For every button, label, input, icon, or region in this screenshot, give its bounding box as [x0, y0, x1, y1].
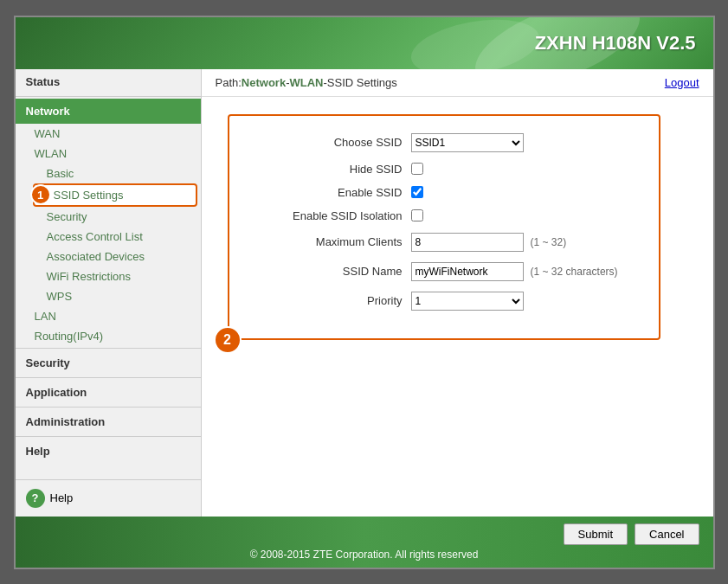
ssid-name-hint: (1 ~ 32 characters): [531, 266, 618, 278]
footer-copyright: © 2008-2015 ZTE Corporation. All rights …: [29, 549, 699, 561]
app-title: ZXHN H108N V2.5: [535, 32, 696, 55]
main: Path:Network-WLAN-SSID Settings Logout 2…: [202, 69, 713, 517]
sidebar-item-basic[interactable]: Basic: [16, 164, 201, 183]
sidebar-item-wlan[interactable]: WLAN: [16, 144, 201, 164]
sidebar-item-security-sub[interactable]: Security: [16, 207, 201, 227]
form-row-ssid-name: SSID Name myWiFiNetwork (1 ~ 32 characte…: [255, 262, 633, 281]
choose-ssid-label: Choose SSID: [255, 136, 411, 149]
ssid-name-label: SSID Name: [255, 265, 411, 278]
form-row-priority: Priority 1 2 3 4: [255, 292, 633, 311]
help-section: ? Help: [16, 479, 201, 517]
hide-ssid-checkbox[interactable]: [411, 163, 423, 175]
sidebar-item-associated-devices[interactable]: Associated Devices: [16, 247, 201, 266]
priority-select[interactable]: 1 2 3 4: [411, 292, 524, 311]
divider-4: [16, 407, 201, 408]
max-clients-input[interactable]: 8: [411, 233, 524, 252]
form-row-max-clients: Maximum Clients 8 (1 ~ 32): [255, 233, 633, 252]
help-label: Help: [50, 491, 74, 504]
form-row-ssid-isolation: Enable SSID Isolation: [255, 209, 633, 222]
submit-button[interactable]: Submit: [564, 523, 628, 545]
breadcrumb: Path:Network-WLAN-SSID Settings: [216, 76, 397, 89]
help-icon[interactable]: ?: [26, 489, 45, 508]
max-clients-label: Maximum Clients: [255, 235, 411, 248]
form-row-hide-ssid: Hide SSID: [255, 163, 633, 176]
path-bar: Path:Network-WLAN-SSID Settings Logout: [202, 69, 713, 97]
hide-ssid-label: Hide SSID: [255, 163, 411, 176]
sidebar-item-help-menu[interactable]: Help: [16, 439, 201, 464]
sidebar-item-network[interactable]: Network: [16, 99, 201, 124]
sidebar-item-application[interactable]: Application: [16, 380, 201, 405]
ssid-isolation-checkbox[interactable]: [411, 209, 423, 221]
footer: Submit Cancel © 2008-2015 ZTE Corporatio…: [16, 517, 713, 568]
enable-ssid-label: Enable SSID: [255, 186, 411, 199]
enable-ssid-checkbox[interactable]: [411, 186, 423, 198]
sidebar-item-access-control[interactable]: Access Control List: [16, 227, 201, 247]
ssid-name-control: myWiFiNetwork (1 ~ 32 characters): [411, 262, 618, 281]
enable-ssid-control: [411, 186, 423, 198]
window: ZXHN H108N V2.5 Status Network WAN: [14, 16, 715, 569]
divider-3: [16, 377, 201, 378]
form-row-enable-ssid: Enable SSID: [255, 186, 633, 199]
hide-ssid-control: [411, 163, 423, 175]
sidebar-item-wps[interactable]: WPS: [16, 286, 201, 306]
sidebar-item-security[interactable]: Security: [16, 350, 201, 375]
cancel-button[interactable]: Cancel: [635, 523, 699, 545]
priority-control: 1 2 3 4: [411, 292, 524, 311]
enable-ssid-isolation-label: Enable SSID Isolation: [255, 209, 411, 222]
divider-2: [16, 348, 201, 349]
choose-ssid-select[interactable]: SSID1 SSID2 SSID3 SSID4: [411, 133, 524, 152]
sidebar-item-wifi-restrictions[interactable]: WiFi Restrictions: [16, 266, 201, 286]
sidebar-item-lan[interactable]: LAN: [16, 306, 201, 326]
sidebar-top: Status Network WAN WLAN Basic: [16, 69, 201, 479]
sidebar-item-status[interactable]: Status: [16, 69, 201, 94]
choose-ssid-control: SSID1 SSID2 SSID3 SSID4: [411, 133, 524, 152]
ssid-isolation-control: [411, 209, 423, 221]
header: ZXHN H108N V2.5: [16, 17, 713, 69]
priority-label: Priority: [255, 294, 411, 307]
logout-link[interactable]: Logout: [665, 76, 699, 89]
form-row-choose-ssid: Choose SSID SSID1 SSID2 SSID3 SSID4: [255, 133, 633, 152]
ssid-name-input[interactable]: myWiFiNetwork: [411, 262, 524, 281]
form-panel: 2 Choose SSID SSID1 SSID2 SSID3 SSID4: [228, 114, 660, 340]
annotation-circle-2: 2: [214, 326, 242, 354]
max-clients-control: 8 (1 ~ 32): [411, 233, 567, 252]
annotation-circle-1: 1: [30, 184, 51, 205]
divider-5: [16, 436, 201, 437]
sidebar-item-wan[interactable]: WAN: [16, 124, 201, 144]
footer-buttons: Submit Cancel: [29, 523, 699, 545]
sidebar-item-ssid-settings[interactable]: 1 SSID Settings: [33, 183, 197, 207]
max-clients-hint: (1 ~ 32): [531, 236, 567, 248]
sidebar-item-routing[interactable]: Routing(IPv4): [16, 326, 201, 346]
content-area: 2 Choose SSID SSID1 SSID2 SSID3 SSID4: [202, 97, 713, 517]
sidebar-item-administration[interactable]: Administration: [16, 409, 201, 434]
body: Status Network WAN WLAN Basic: [16, 69, 713, 517]
sidebar: Status Network WAN WLAN Basic: [16, 69, 202, 517]
outer-frame: ZXHN H108N V2.5 Status Network WAN: [0, 0, 728, 584]
divider-1: [16, 96, 201, 97]
